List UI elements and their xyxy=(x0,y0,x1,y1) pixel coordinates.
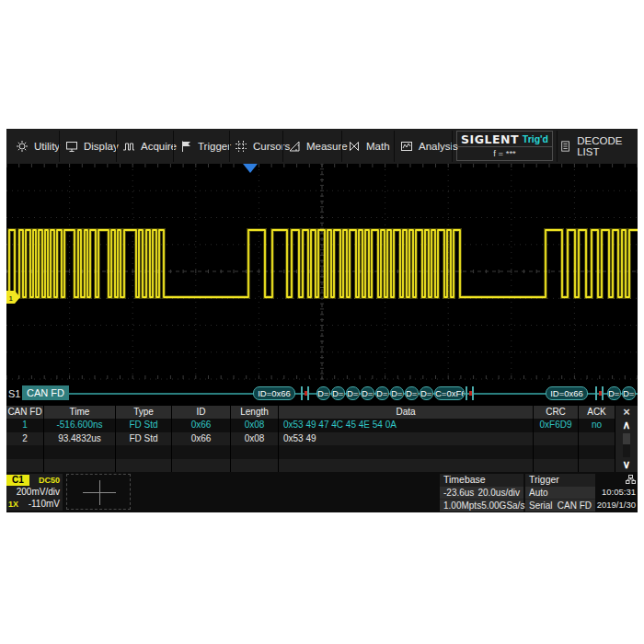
trigger-protocol: CAN FD xyxy=(558,500,592,512)
cell-can-fd: 2 xyxy=(6,432,44,446)
empty-cell xyxy=(172,445,231,459)
math-icon xyxy=(348,140,361,153)
graticule xyxy=(6,164,638,379)
decode-data-bubble: D=▸ xyxy=(607,386,621,400)
trigger-mode: Auto xyxy=(529,487,548,499)
trigger-title: Trigger xyxy=(525,474,595,486)
waveform-grid: 1 S1 CAN FD ID=0x66D=▸D=▸D=▸D=▸D=▸D=▸D=▸… xyxy=(6,164,638,406)
scroll-up-icon[interactable]: ∧ xyxy=(623,419,631,432)
add-channel-button[interactable] xyxy=(66,474,131,510)
menu-item-trigger[interactable]: Trigger xyxy=(179,129,231,164)
table-scroll-column: × ∧ ∨ xyxy=(615,406,638,472)
menu-separator xyxy=(282,131,283,162)
cell-ack: no xyxy=(579,419,615,432)
column-header-ack: ACK xyxy=(579,406,615,419)
empty-cell xyxy=(279,445,534,459)
decode-data-bubble: D=▸ xyxy=(331,386,345,400)
table-row[interactable]: 293.4832usFD Std0x660x080x53 49 xyxy=(6,432,615,446)
empty-cell xyxy=(231,459,279,473)
menu-item-acquire[interactable]: Acquire xyxy=(122,129,177,164)
cell-length: 0x08 xyxy=(231,419,279,432)
timebase-scale: 20.0us/div xyxy=(477,487,520,499)
decode-field-bubble: ID=0x66 xyxy=(546,386,588,400)
menu-separator xyxy=(394,131,395,162)
menu-item-label: Display xyxy=(84,141,119,152)
logo-box: SIGLENT Trig'd f = *** xyxy=(456,131,553,161)
gear-icon xyxy=(16,140,29,153)
menu-item-label: Cursors xyxy=(253,141,290,152)
menu-separator xyxy=(116,131,117,162)
frame-boundary-marker xyxy=(595,386,604,400)
acquire-icon xyxy=(122,140,135,153)
timebase-title: Timebase xyxy=(440,474,523,486)
column-header-id: ID xyxy=(172,406,231,419)
decode-field-bubble: ID=0x66 xyxy=(253,386,295,400)
menu-separator xyxy=(173,131,174,162)
menu-item-math[interactable]: Math xyxy=(348,129,390,164)
channel1-probe: 1X xyxy=(8,500,18,509)
timebase-samplerate: 5.00GSa/s xyxy=(481,500,524,512)
decode-source-label: S1 xyxy=(8,386,20,401)
menu-item-decode-list[interactable]: DECODE LIST xyxy=(560,129,638,164)
trigger-descriptor[interactable]: Trigger Auto Serial CAN FD xyxy=(525,474,595,512)
trigger-type: Serial xyxy=(529,500,553,512)
menu-item-display[interactable]: Display xyxy=(65,129,119,164)
column-header-crc: CRC xyxy=(534,406,579,419)
cell-time: 93.4832us xyxy=(44,432,116,446)
channel1-label: C1 xyxy=(6,475,29,486)
empty-cell xyxy=(116,445,172,459)
cell-data: 0x53 49 47 4C 45 4E 54 0A xyxy=(279,419,534,432)
decode-field-bubble: C=0xF6D9 xyxy=(434,386,465,400)
cell-id: 0x66 xyxy=(172,432,231,446)
empty-cell xyxy=(579,459,615,473)
status-bar: C1 DC50 200mV/div 1X -110mV Timebase -23… xyxy=(6,472,638,512)
table-row[interactable]: 1-516.600nsFD Std0x660x080x53 49 47 4C 4… xyxy=(6,419,615,432)
menu-item-label: Trigger xyxy=(198,141,231,152)
cursors-icon xyxy=(235,140,247,153)
decode-data-bubble: D=▸ xyxy=(346,386,360,400)
cell-id: 0x66 xyxy=(172,419,231,432)
empty-cell xyxy=(534,459,579,473)
decode-data-bubble: D=▸ xyxy=(375,386,389,400)
cell-length: 0x08 xyxy=(231,432,279,446)
menu-item-analysis[interactable]: Analysis xyxy=(400,129,458,164)
cell-ack xyxy=(579,432,615,446)
table-row xyxy=(6,445,615,459)
empty-cell xyxy=(279,459,534,473)
channel1-descriptor[interactable]: C1 DC50 200mV/div 1X -110mV xyxy=(6,474,63,511)
column-header-length: Length xyxy=(231,406,279,419)
menu-item-utility[interactable]: Utility xyxy=(16,129,60,164)
trigger-position-marker[interactable] xyxy=(243,164,258,173)
empty-cell xyxy=(44,459,116,473)
timebase-descriptor[interactable]: Timebase -23.6us 20.0us/div 1.00Mpts 5.0… xyxy=(440,474,523,512)
column-header-type: Type xyxy=(116,406,172,419)
menu-item-label: Utility xyxy=(34,141,60,152)
trigger-flag-icon xyxy=(179,140,192,153)
network-icon xyxy=(626,475,636,484)
close-icon[interactable]: × xyxy=(623,406,630,419)
timebase-delay: -23.6us xyxy=(443,487,474,499)
decode-data-bubble: D=▸ xyxy=(361,386,374,400)
empty-cell xyxy=(172,459,231,473)
clock-date: 2019/1/30 xyxy=(597,500,636,510)
empty-cell xyxy=(116,459,172,473)
column-header-can-fd: CAN FD xyxy=(6,406,44,419)
empty-cell xyxy=(44,445,116,459)
decode-data-bubble: D=▸ xyxy=(316,386,330,400)
scrollbar-track[interactable] xyxy=(623,433,630,457)
empty-cell xyxy=(6,445,44,459)
decode-data-bubble: D=▸ xyxy=(622,386,636,400)
column-header-time: Time xyxy=(44,406,116,419)
menu-item-measure[interactable]: Measure xyxy=(288,129,348,164)
decode-data-bubble: D=▸ xyxy=(390,386,404,400)
channel1-offset: -110mV xyxy=(29,499,60,509)
cell-data: 0x53 49 xyxy=(279,432,534,446)
decode-list-label: DECODE LIST xyxy=(577,135,638,157)
scroll-down-icon[interactable]: ∨ xyxy=(623,458,631,472)
menu-separator xyxy=(452,131,453,162)
frame-boundary-marker xyxy=(301,386,309,400)
channel1-coupling: DC50 xyxy=(39,476,60,485)
clock-time: 10:05:31 xyxy=(602,487,636,497)
table-header-row: CAN FDTimeTypeIDLengthDataCRCACK xyxy=(6,406,615,419)
scrollbar-thumb[interactable] xyxy=(623,433,630,444)
